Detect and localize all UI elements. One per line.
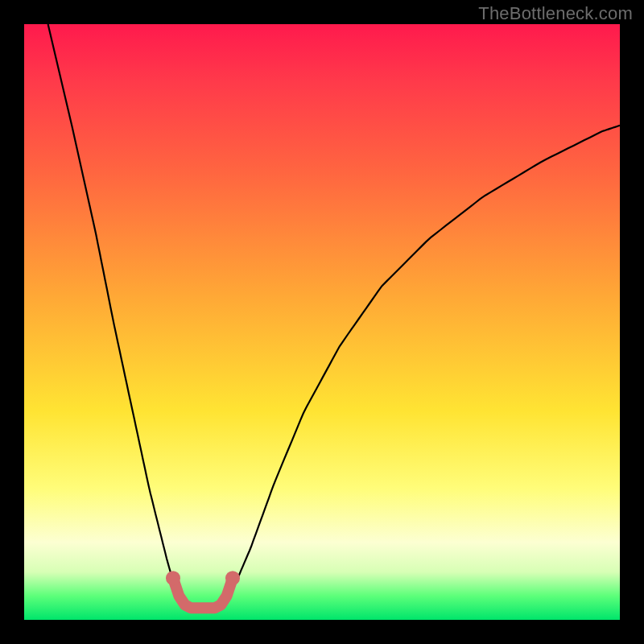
valley-endpoint-right <box>225 571 240 585</box>
watermark-text: TheBottleneck.com <box>478 3 633 24</box>
valley-endpoint-left <box>166 571 180 585</box>
right-curve <box>221 126 620 608</box>
chart-svg <box>24 24 620 620</box>
left-curve <box>48 24 185 608</box>
valley-marker <box>173 578 233 608</box>
chart-plot-area <box>24 24 620 620</box>
